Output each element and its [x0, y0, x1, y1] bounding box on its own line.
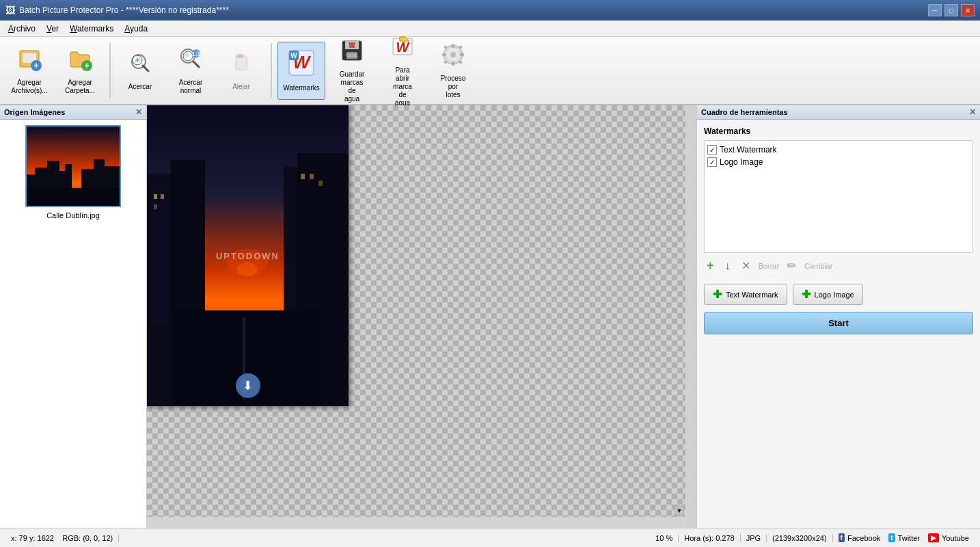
- svg-rect-61: [154, 204, 157, 209]
- canvas-horizontal-scrollbar[interactable]: [147, 517, 685, 528]
- save-watermark-button[interactable]: W Guardarmarcasdeagua: [328, 42, 376, 100]
- download-arrow-icon: ⬇: [236, 373, 260, 398]
- facebook-icon: f: [839, 533, 845, 542]
- left-panel-header: Origen Imágenes ✕: [0, 105, 146, 120]
- youtube-label: Youtube: [942, 534, 969, 542]
- svg-rect-40: [460, 53, 464, 56]
- svg-point-36: [450, 52, 456, 57]
- minimize-button[interactable]: ─: [928, 4, 942, 16]
- logo-image-checkbox[interactable]: ✓: [707, 157, 717, 167]
- svg-rect-65: [310, 174, 314, 179]
- move-down-tool-button[interactable]: ↓: [722, 258, 733, 274]
- zoom-normal-icon: 1:1: [178, 46, 203, 76]
- add-folder-label: AgregarCarpeta...: [65, 79, 95, 95]
- right-panel-content: Watermarks ✓ Text Watermark ✓ Logo Image…: [697, 120, 980, 528]
- image-thumbnail[interactable]: [25, 125, 121, 207]
- text-watermark-item-label: Text Watermark: [720, 145, 777, 155]
- left-panel-close-button[interactable]: ✕: [135, 107, 142, 117]
- save-watermark-label: Guardarmarcasdeagua: [340, 70, 365, 103]
- batch-process-icon: [441, 42, 465, 72]
- svg-rect-37: [452, 44, 454, 48]
- zoom-in-icon: [128, 51, 152, 80]
- watermark-toolbar: + ↓ ✕ Borrar ✏ Cambiar: [704, 253, 973, 278]
- menu-archivo[interactable]: Archivo: [3, 23, 41, 35]
- statusbar: x: 79 y: 1622 RGB: (0, 0, 12) 10 % Hora …: [0, 528, 980, 547]
- zoom-in-label: Acercar: [128, 83, 152, 91]
- twitter-icon: t: [888, 533, 895, 542]
- scroll-corner: ▼: [675, 506, 684, 516]
- menu-ver[interactable]: Ver: [41, 23, 64, 35]
- svg-text:+: +: [84, 61, 89, 70]
- social-links: f Facebook t Twitter ▶ Youtube: [833, 533, 975, 542]
- open-watermark-label: Paraabrirmarcadeagua: [393, 66, 412, 107]
- origin-images-title: Origen Imágenes: [4, 108, 65, 116]
- svg-text:1:1: 1:1: [191, 51, 200, 57]
- zoom-status: 10 %: [650, 534, 679, 542]
- svg-line-15: [193, 62, 199, 67]
- svg-rect-59: [154, 194, 157, 199]
- titlebar: 🖼 Batch Picture Protector Pro - ****Vers…: [0, 0, 980, 21]
- zoom-out-button[interactable]: Alejar: [217, 42, 265, 100]
- app-logo-icon: 🖼: [5, 5, 15, 16]
- cambiar-label: Cambiar: [804, 262, 833, 270]
- batch-process-label: Procesoporlotes: [441, 75, 466, 99]
- image-filename: Calle Dublín.jpg: [46, 211, 100, 219]
- watermarks-label: Watermarks: [283, 84, 320, 92]
- hora-text: Hora (s): 0.278: [684, 534, 734, 542]
- zoom-text: 10 %: [655, 534, 672, 542]
- add-logo-image-label: Logo Image: [815, 291, 854, 299]
- watermarks-icon: W W: [288, 49, 315, 81]
- batch-process-button[interactable]: Procesoporlotes: [429, 42, 477, 100]
- close-button[interactable]: ✕: [961, 4, 975, 16]
- main-layout: Origen Imágenes ✕: [0, 105, 980, 528]
- twitter-link[interactable]: t Twitter: [888, 533, 920, 542]
- watermark-overlay: UPTODOWN: [216, 251, 280, 261]
- dimensions-text: (2139x3200x24): [772, 534, 827, 542]
- menu-watermarks[interactable]: Watermarks: [64, 23, 119, 35]
- right-panel: Cuadro de herramientas ✕ Watermarks ✓ Te…: [696, 105, 980, 528]
- add-folder-icon: +: [68, 46, 92, 76]
- menu-ayuda[interactable]: Ayuda: [119, 23, 153, 35]
- toolbar-scroll-indicator: [687, 105, 696, 528]
- rgb-text: RGB: (0, 0, 12): [62, 534, 113, 542]
- svg-rect-54: [27, 188, 121, 207]
- list-item: ✓ Logo Image: [707, 156, 970, 168]
- add-files-label: AgregarArchivo(s)...: [11, 79, 47, 95]
- add-watermark-tool-button[interactable]: +: [704, 257, 717, 274]
- svg-rect-60: [161, 194, 164, 199]
- add-files-icon: +: [17, 46, 42, 76]
- left-panel: Origen Imágenes ✕: [0, 105, 147, 528]
- add-logo-image-button[interactable]: ✚ Logo Image: [793, 284, 863, 305]
- svg-text:+: +: [33, 61, 38, 70]
- open-watermark-icon: W: [390, 34, 415, 64]
- add-folder-button[interactable]: + AgregarCarpeta...: [56, 42, 104, 100]
- add-logo-icon: ✚: [802, 288, 811, 301]
- zoom-in-button[interactable]: Acercar: [116, 42, 164, 100]
- facebook-link[interactable]: f Facebook: [839, 533, 881, 542]
- svg-text:W: W: [396, 40, 411, 55]
- format-status: JPG: [741, 534, 767, 542]
- image-thumb-container: Calle Dublín.jpg: [0, 120, 146, 225]
- format-text: JPG: [746, 534, 761, 542]
- svg-text:W: W: [290, 52, 297, 59]
- hora-status: Hora (s): 0.278: [679, 534, 740, 542]
- toolbar-sep-1: [109, 43, 111, 98]
- svg-point-20: [236, 54, 241, 58]
- watermarks-button[interactable]: W W Watermarks: [277, 42, 325, 100]
- zoom-normal-button[interactable]: 1:1 Acercarnormal: [167, 42, 215, 100]
- zoom-out-icon: [229, 51, 254, 80]
- start-button[interactable]: Start: [704, 312, 973, 334]
- svg-rect-64: [301, 174, 305, 179]
- maximize-button[interactable]: □: [944, 4, 958, 16]
- youtube-link[interactable]: ▶ Youtube: [928, 533, 969, 542]
- text-watermark-checkbox[interactable]: ✓: [707, 145, 717, 155]
- youtube-icon: ▶: [928, 533, 939, 542]
- window-title: Batch Picture Protector Pro - ****Versió…: [19, 5, 229, 15]
- edit-watermark-tool-button[interactable]: ✏: [785, 258, 799, 274]
- open-watermark-button[interactable]: W Paraabrirmarcadeagua: [379, 42, 426, 100]
- facebook-label: Facebook: [847, 534, 880, 542]
- add-files-button[interactable]: + AgregarArchivo(s)...: [5, 42, 53, 100]
- right-panel-close-button[interactable]: ✕: [969, 107, 976, 117]
- delete-watermark-tool-button[interactable]: ✕: [739, 258, 753, 274]
- add-text-watermark-button[interactable]: ✚ Text Watermark: [704, 284, 787, 305]
